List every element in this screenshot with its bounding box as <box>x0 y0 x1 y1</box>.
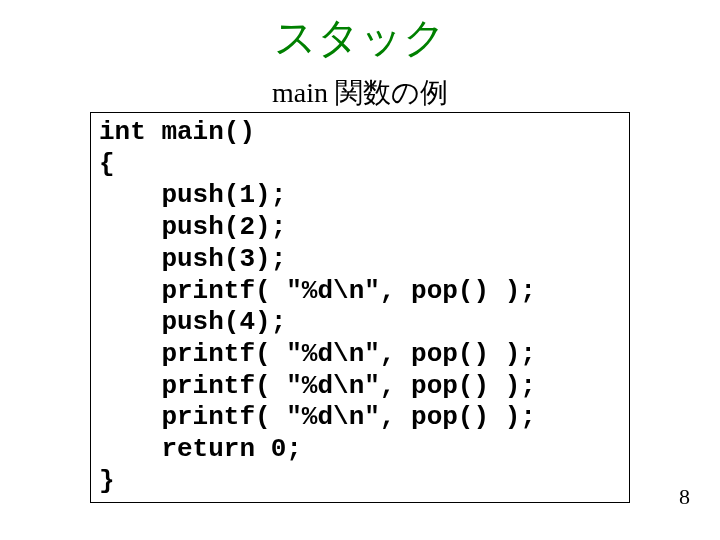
slide-title: スタック <box>0 10 720 66</box>
slide-subtitle: main 関数の例 <box>0 74 720 112</box>
page-number: 8 <box>679 484 690 510</box>
code-listing: int main() { push(1); push(2); push(3); … <box>99 117 621 498</box>
code-box: int main() { push(1); push(2); push(3); … <box>90 112 630 503</box>
